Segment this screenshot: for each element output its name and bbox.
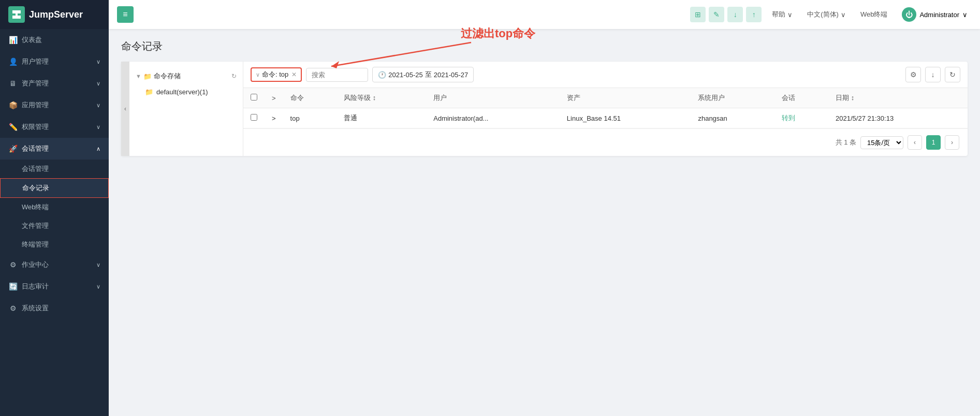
date-range-picker[interactable]: 🕐 2021-05-25 至 2021-05-27 bbox=[372, 67, 474, 82]
refresh-icon[interactable]: ↻ bbox=[231, 73, 237, 80]
chevron-down-icon: ∨ bbox=[787, 11, 793, 19]
sidebar-item-asset-mgmt[interactable]: 🖥 资产管理 ∨ bbox=[0, 73, 109, 94]
th-sysuser: 系统用户 bbox=[691, 88, 774, 108]
job-icon: ⚙ bbox=[8, 261, 18, 269]
settings-icon: ⚙ bbox=[8, 304, 18, 312]
table-row: > top 普通 Administrator(ad... Linux_Base … bbox=[243, 108, 968, 128]
tree-sidebar: ▼ 📁 命令存储 ↻ 📁 default(server)(1) bbox=[129, 62, 243, 156]
refresh-button[interactable]: ↻ bbox=[945, 67, 960, 82]
download-button[interactable]: ↓ bbox=[925, 67, 941, 82]
user-icon: 👤 bbox=[8, 58, 18, 66]
folder-icon: 📁 bbox=[145, 88, 153, 96]
sidebar-item-dashboard[interactable]: 📊 仪表盘 bbox=[0, 29, 109, 51]
sidebar-item-user-mgmt[interactable]: 👤 用户管理 ∨ bbox=[0, 51, 109, 73]
table-toolbar: ∨ 命令: top ✕ 🕐 2021-05-25 bbox=[243, 62, 968, 88]
th-asset: 资产 bbox=[560, 88, 691, 108]
sidebar-item-sys-settings[interactable]: ⚙ 系统设置 bbox=[0, 297, 109, 319]
menu-button[interactable]: ≡ bbox=[117, 6, 134, 23]
tag-chevron-icon[interactable]: ∨ bbox=[256, 71, 260, 78]
pagination-total: 共 1 条 bbox=[836, 138, 856, 147]
th-date[interactable]: 日期 ↕ bbox=[828, 88, 968, 108]
tree-child-item[interactable]: 📁 default(server)(1) bbox=[129, 84, 243, 99]
row-command: top bbox=[283, 108, 337, 128]
topbar-help[interactable]: 帮助 ∨ bbox=[768, 8, 797, 21]
sidebar-item-session-mgmt[interactable]: 🚀 会话管理 ∧ bbox=[0, 138, 109, 160]
sidebar-item-command-log[interactable]: 命令记录 bbox=[0, 178, 109, 198]
topbar-toolbar: ⊞ ✎ ↓ ↑ bbox=[690, 7, 762, 22]
sidebar-item-session-manage[interactable]: 会话管理 bbox=[0, 160, 109, 178]
th-expand: > bbox=[265, 88, 283, 108]
prev-page-button[interactable]: ‹ bbox=[908, 135, 922, 150]
chevron-down-icon: ∨ bbox=[841, 11, 846, 19]
page-size-select[interactable]: 15条/页 30条/页 50条/页 bbox=[860, 136, 903, 149]
chevron-down-icon: ∨ bbox=[96, 59, 100, 65]
topbar-user[interactable]: ⏻ Administrator ∨ bbox=[898, 5, 972, 24]
th-session: 会话 bbox=[774, 88, 828, 108]
calendar-icon: 🕐 bbox=[378, 71, 386, 79]
row-user: Administrator(ad... bbox=[426, 108, 560, 128]
topbar-icon-btn-3[interactable]: ↓ bbox=[727, 7, 743, 22]
row-expand-cell[interactable]: > bbox=[265, 108, 283, 128]
toolbar-actions: ⚙ ↓ ↻ bbox=[905, 67, 960, 82]
th-checkbox bbox=[243, 88, 265, 108]
tree-root-item[interactable]: ▼ 📁 命令存储 ↻ bbox=[129, 68, 243, 84]
tree-expand-icon: ▼ bbox=[136, 73, 141, 79]
chevron-down-icon: ∨ bbox=[96, 80, 100, 87]
sidebar-item-perm-mgmt[interactable]: ✏️ 权限管理 ∨ bbox=[0, 116, 109, 138]
sidebar-item-web-terminal[interactable]: Web终端 bbox=[0, 198, 109, 217]
command-table: > 命令 风险等级 ↕ 用户 资产 系统用户 会话 日期 ↕ bbox=[243, 88, 968, 128]
sidebar-item-terminal-mgmt[interactable]: 终端管理 bbox=[0, 235, 109, 254]
main-panel: ‹ ▼ 📁 命令存储 ↻ 📁 default(server)(1) bbox=[121, 62, 968, 156]
avatar: ⏻ bbox=[902, 7, 916, 22]
perm-icon: ✏️ bbox=[8, 123, 18, 131]
log-icon: 🔄 bbox=[8, 282, 18, 291]
topbar-icon-btn-2[interactable]: ✎ bbox=[709, 7, 724, 22]
chevron-down-icon: ∨ bbox=[96, 124, 100, 131]
row-checkbox[interactable] bbox=[251, 114, 257, 121]
row-session[interactable]: 转到 bbox=[774, 108, 828, 128]
session-icon: 🚀 bbox=[8, 145, 18, 153]
main-content: ≡ ⊞ ✎ ↓ ↑ 帮助 ∨ 中文(简体) ∨ Web终端 bbox=[109, 0, 980, 416]
settings-button[interactable]: ⚙ bbox=[905, 67, 921, 82]
collapse-sidebar-button[interactable]: ‹ bbox=[121, 62, 129, 156]
page-title: 命令记录 bbox=[121, 39, 968, 53]
sidebar-menu: 📊 仪表盘 👤 用户管理 ∨ 🖥 资产管理 ∨ 📦 应用管理 ∨ ✏️ 权限管理… bbox=[0, 29, 109, 416]
filter-tag-command: ∨ 命令: top ✕ bbox=[251, 67, 302, 82]
tag-close-button[interactable]: ✕ bbox=[291, 71, 297, 78]
row-risk: 普通 bbox=[337, 108, 426, 128]
jumpserver-logo-icon bbox=[8, 6, 25, 23]
session-link[interactable]: 转到 bbox=[782, 113, 795, 123]
th-command: 命令 bbox=[283, 88, 337, 108]
page-1-button[interactable]: 1 bbox=[926, 135, 941, 150]
sidebar-item-file-mgmt[interactable]: 文件管理 bbox=[0, 217, 109, 235]
row-checkbox-cell bbox=[243, 108, 265, 128]
search-input[interactable] bbox=[306, 68, 368, 82]
app-icon: 📦 bbox=[8, 101, 18, 109]
topbar-icon-btn-4[interactable]: ↑ bbox=[746, 7, 762, 22]
topbar-lang[interactable]: 中文(简体) ∨ bbox=[803, 8, 850, 21]
sidebar-item-app-mgmt[interactable]: 📦 应用管理 ∨ bbox=[0, 94, 109, 116]
topbar: ≡ ⊞ ✎ ↓ ↑ 帮助 ∨ 中文(简体) ∨ Web终端 bbox=[109, 0, 980, 29]
content: 命令记录 ‹ ▼ 📁 命令存储 ↻ 📁 bbox=[109, 29, 980, 416]
topbar-icon-btn-1[interactable]: ⊞ bbox=[690, 7, 706, 22]
row-date: 2021/5/27 21:30:13 bbox=[828, 108, 968, 128]
folder-icon: 📁 bbox=[143, 73, 152, 80]
sidebar-item-log-audit[interactable]: 🔄 日志审计 ∨ bbox=[0, 276, 109, 297]
chevron-down-icon: ∨ bbox=[962, 11, 968, 19]
sidebar-item-label: 仪表盘 bbox=[22, 35, 100, 45]
table-area: ∨ 命令: top ✕ 🕐 2021-05-25 bbox=[243, 62, 968, 156]
chevron-up-icon: ∧ bbox=[96, 146, 100, 152]
sidebar: JumpServer 📊 仪表盘 👤 用户管理 ∨ 🖥 资产管理 ∨ 📦 应用管… bbox=[0, 0, 109, 416]
row-sysuser: zhangsan bbox=[691, 108, 774, 128]
sidebar-logo: JumpServer bbox=[0, 0, 109, 29]
asset-icon: 🖥 bbox=[8, 79, 18, 88]
select-all-checkbox[interactable] bbox=[251, 94, 257, 101]
sidebar-item-job-center[interactable]: ⚙ 作业中心 ∨ bbox=[0, 254, 109, 276]
app-name: JumpServer bbox=[29, 9, 83, 20]
next-page-button[interactable]: › bbox=[945, 135, 959, 150]
topbar-web-terminal[interactable]: Web终端 bbox=[856, 8, 892, 21]
chevron-down-icon: ∨ bbox=[96, 262, 100, 268]
pagination: 共 1 条 15条/页 30条/页 50条/页 ‹ 1 › bbox=[243, 128, 968, 156]
th-risk[interactable]: 风险等级 ↕ bbox=[337, 88, 426, 108]
th-user: 用户 bbox=[426, 88, 560, 108]
